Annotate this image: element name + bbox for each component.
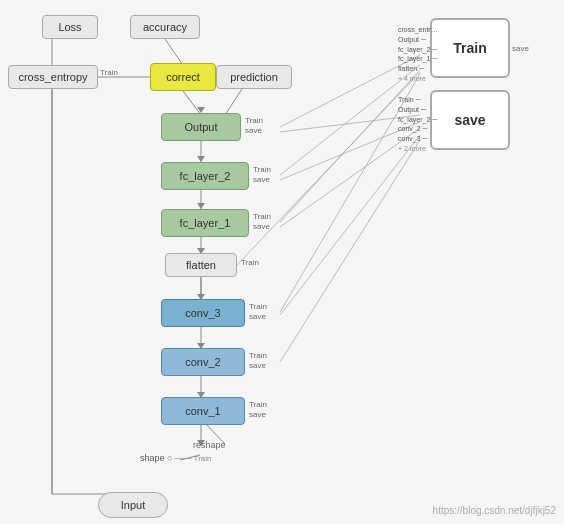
- svg-line-9: [225, 89, 242, 115]
- accuracy-label: accuracy: [143, 21, 187, 33]
- loss-label: Loss: [58, 21, 81, 33]
- conv-3-node[interactable]: conv_3: [161, 299, 245, 327]
- conv1-train-label: Train: [249, 400, 267, 409]
- flatten-label: flatten: [186, 259, 216, 271]
- output-train-label: Train: [245, 116, 263, 125]
- fc1-train-label: Train: [253, 212, 271, 221]
- conv3-train-label: Train: [249, 302, 267, 311]
- input-node[interactable]: Input: [98, 492, 168, 518]
- correct-label: correct: [166, 71, 200, 83]
- conv-1-label: conv_1: [185, 405, 220, 417]
- prediction-label: prediction: [230, 71, 278, 83]
- reshape-label: reshape: [193, 440, 226, 450]
- shape-label: shape ○: [140, 453, 172, 463]
- accuracy-node[interactable]: accuracy: [130, 15, 200, 39]
- correct-node[interactable]: correct: [150, 63, 216, 91]
- output-save-label: save: [245, 126, 262, 135]
- watermark: https://blog.csdn.net/djfjkj52: [433, 505, 556, 516]
- fc2-train-label: Train: [253, 165, 271, 174]
- prediction-node[interactable]: prediction: [216, 65, 292, 89]
- flatten-train-label: Train: [241, 258, 259, 267]
- fc1-save-label: save: [253, 222, 270, 231]
- cross-entropy-train-label: Train: [100, 68, 118, 77]
- svg-line-26: [280, 135, 420, 315]
- conv-2-node[interactable]: conv_2: [161, 348, 245, 376]
- train-inputs: cross_entr… Output ─ fc_layer_2 ─ fc_lay…: [398, 25, 438, 84]
- train-save-output: save: [512, 44, 529, 53]
- loss-node[interactable]: Loss: [42, 15, 98, 39]
- train-box-label: Train: [453, 40, 486, 56]
- save-box[interactable]: save: [430, 90, 510, 150]
- fc-layer-2-node[interactable]: fc_layer_2: [161, 162, 249, 190]
- fc-layer-1-label: fc_layer_1: [180, 217, 231, 229]
- flatten-node[interactable]: flatten: [165, 253, 237, 277]
- output-node[interactable]: Output: [161, 113, 241, 141]
- save-inputs: Train ─ Output ─ fc_layer_2 ─ conv_2 ─ c…: [398, 95, 437, 154]
- shape-node[interactable]: shape ○ ─── Train: [140, 453, 211, 463]
- conv3-save-label: save: [249, 312, 266, 321]
- canvas: Loss accuracy cross_entropy Train correc…: [0, 0, 564, 524]
- cross-entropy-label: cross_entropy: [18, 71, 87, 83]
- fc-layer-2-label: fc_layer_2: [180, 170, 231, 182]
- conv1-save-label: save: [249, 410, 266, 419]
- fc2-save-label: save: [253, 175, 270, 184]
- save-box-label: save: [454, 112, 485, 128]
- svg-line-27: [280, 140, 420, 362]
- svg-line-8: [183, 91, 201, 115]
- conv2-train-label: Train: [249, 351, 267, 360]
- conv2-save-label: save: [249, 361, 266, 370]
- fc-layer-1-node[interactable]: fc_layer_1: [161, 209, 249, 237]
- svg-line-12: [165, 39, 183, 65]
- input-label: Input: [121, 499, 145, 511]
- conv-2-label: conv_2: [185, 356, 220, 368]
- output-label: Output: [184, 121, 217, 133]
- cross-entropy-node[interactable]: cross_entropy: [8, 65, 98, 89]
- conv-1-node[interactable]: conv_1: [161, 397, 245, 425]
- conv-3-label: conv_3: [185, 307, 220, 319]
- train-box[interactable]: Train: [430, 18, 510, 78]
